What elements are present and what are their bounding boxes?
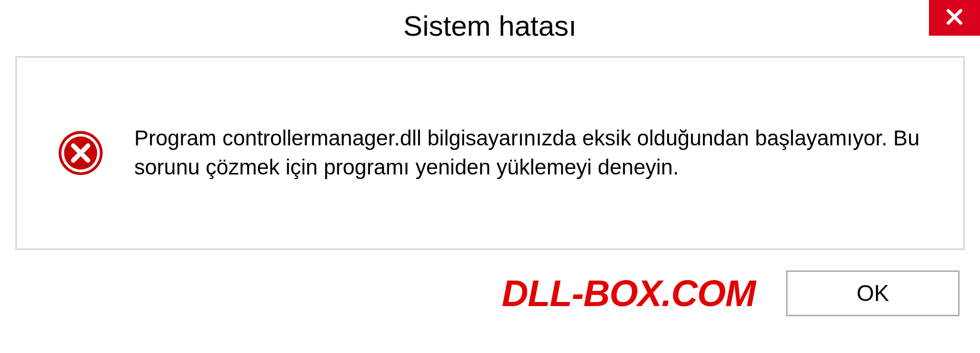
- ok-button[interactable]: OK: [786, 270, 960, 316]
- watermark-text: DLL-BOX.COM: [502, 272, 755, 314]
- dialog-title: Sistem hatası: [403, 9, 576, 42]
- error-icon: [58, 130, 104, 176]
- close-button[interactable]: [929, 0, 980, 36]
- footer: DLL-BOX.COM OK: [0, 260, 980, 316]
- error-message: Program controllermanager.dll bilgisayar…: [134, 124, 922, 182]
- content-panel: Program controllermanager.dll bilgisayar…: [15, 56, 965, 250]
- close-icon: [944, 6, 965, 30]
- title-bar: Sistem hatası: [0, 0, 980, 51]
